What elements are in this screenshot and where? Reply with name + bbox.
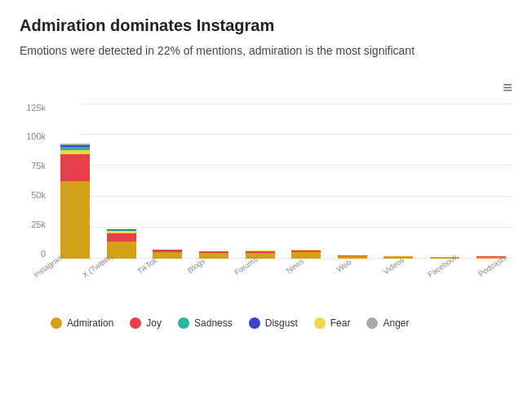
- legend-label: Joy: [146, 317, 162, 329]
- joy-legend-dot: [130, 317, 141, 329]
- fear-legend-dot: [314, 317, 326, 329]
- legend-label: Anger: [383, 317, 409, 329]
- legend: AdmirationJoySadnessDisgustFearAnger: [20, 317, 512, 329]
- y-axis-label: 50k: [20, 191, 51, 200]
- chart-container: ≡ 025k50k75k100k125k InstagramX (Twitter…: [20, 79, 512, 329]
- legend-label: Sadness: [194, 317, 233, 329]
- legend-item-anger: Anger: [366, 317, 409, 329]
- anger-legend-dot: [366, 317, 378, 329]
- y-axis-label: 125k: [20, 104, 51, 113]
- y-axis-label: 25k: [20, 220, 51, 229]
- legend-label: Admiration: [67, 317, 113, 329]
- y-axis-label: 75k: [20, 162, 51, 171]
- legend-item-disgust: Disgust: [249, 317, 298, 329]
- bars-area: [51, 104, 512, 259]
- chart-area: 025k50k75k100k125k: [20, 79, 512, 259]
- legend-item-fear: Fear: [314, 317, 351, 329]
- y-axis-label: 100k: [20, 132, 51, 141]
- legend-label: Fear: [330, 317, 351, 329]
- legend-item-admiration: Admiration: [51, 317, 113, 329]
- sadness-legend-dot: [178, 317, 189, 329]
- bar-segment-joy: [60, 154, 90, 180]
- bars-inner: [51, 104, 512, 259]
- bar-group: [54, 144, 97, 258]
- subtitle: Emotions were detected in 22% of mention…: [20, 43, 444, 60]
- legend-item-sadness: Sadness: [178, 317, 233, 329]
- y-axis: 025k50k75k100k125k: [20, 104, 51, 259]
- disgust-legend-dot: [249, 317, 260, 329]
- y-axis-label: 0: [20, 250, 51, 259]
- bar-segment-joy: [107, 233, 136, 242]
- admiration-legend-dot: [51, 317, 62, 329]
- legend-label: Disgust: [265, 317, 298, 329]
- legend-item-joy: Joy: [130, 317, 162, 329]
- bar-segment-admiration: [60, 181, 90, 259]
- page-title: Admiration dominates Instagram: [20, 16, 512, 35]
- x-labels: InstagramX (Twitter)TikTokBlogsForumsNew…: [20, 262, 512, 286]
